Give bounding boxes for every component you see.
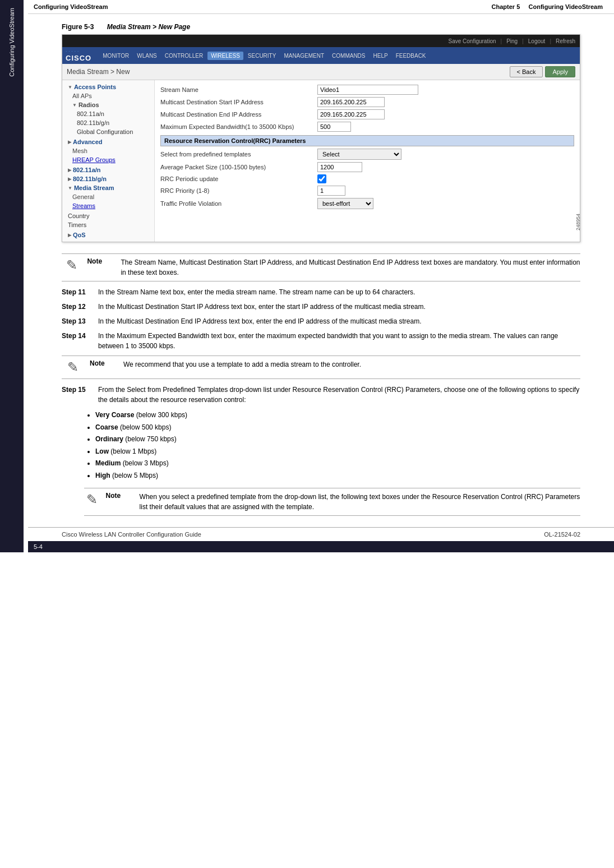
avg-packet-row: Average Packet Size (100-1500 bytes) xyxy=(160,162,574,172)
sidebar-item-streams[interactable]: Streams xyxy=(62,201,154,210)
nav-help[interactable]: HELP xyxy=(370,52,391,60)
footer-doc-title: Cisco Wireless LAN Controller Configurat… xyxy=(62,531,201,538)
note1-label: Note xyxy=(87,257,115,265)
nav-security[interactable]: SECURITY xyxy=(244,52,280,60)
sub-header: Media Stream > New < Back Apply xyxy=(62,64,580,80)
select-template-dropdown[interactable]: Select Very Coarse Coarse Ordinary Low M… xyxy=(317,149,401,160)
sidebar-item-80211an-section[interactable]: ▶ 802.11a/n xyxy=(62,165,154,174)
step-13-text: In the Multicast Destination End IP Addr… xyxy=(98,316,580,326)
page-path: Media Stream > New xyxy=(67,68,130,76)
note2-box: ✎ Note We recommend that you use a templ… xyxy=(62,355,580,379)
sidebar-item-global-config[interactable]: Global Configuration xyxy=(62,127,154,136)
step-12: Step 12 In the Multicast Destination Sta… xyxy=(62,302,580,312)
ping-link[interactable]: Ping xyxy=(506,38,518,44)
sidebar-item-hreap-groups[interactable]: HREAP Groups xyxy=(62,155,154,164)
nav-wireless[interactable]: WIRELESS xyxy=(207,52,243,60)
cisco-top-bar: Save Configuration | Ping | Logout | Ref… xyxy=(62,35,580,47)
page-top-header: Configuring VideoStream Chapter 5 Config… xyxy=(28,0,614,14)
max-bw-input[interactable] xyxy=(317,122,351,132)
nav-commands[interactable]: COMMANDS xyxy=(329,52,368,60)
page-footer: Cisco Wireless LAN Controller Configurat… xyxy=(28,527,614,541)
save-config-link[interactable]: Save Configuration xyxy=(448,38,496,44)
nav-wlans[interactable]: WLANS xyxy=(133,52,160,60)
step-13: Step 13 In the Multicast Destination End… xyxy=(62,316,580,326)
sidebar-item-advanced[interactable]: ▶ Advanced xyxy=(62,137,154,146)
nav-feedback[interactable]: FEEDBACK xyxy=(393,52,430,60)
apply-button[interactable]: Apply xyxy=(545,66,575,77)
rrc-section-header: Resource Reservation Control(RRC) Parame… xyxy=(160,135,574,146)
note3-icon: ✎ xyxy=(84,492,100,507)
bullet-coarse: Coarse (below 500 kbps) xyxy=(95,422,580,434)
cisco-logo: ····· CISCO xyxy=(66,49,91,62)
rrc-priority-label: RRC Priority (1-8) xyxy=(160,187,317,194)
bullet-medium: Medium (below 3 Mbps) xyxy=(95,458,580,470)
step-13-label: Step 13 xyxy=(62,316,93,326)
sidebar-item-qos[interactable]: ▶ QoS xyxy=(62,230,154,239)
chapter-section-label: Configuring VideoStream xyxy=(34,3,108,10)
traffic-violation-row: Traffic Profile Violation best-effort dr… xyxy=(160,198,574,209)
media-stream-form: Stream Name Multicast Destination Start … xyxy=(155,80,580,242)
note2-text: We recommend that you use a template to … xyxy=(123,359,361,370)
back-button[interactable]: < Back xyxy=(510,66,543,77)
page-number: 5-4 xyxy=(34,543,43,550)
bullet-list: Very Coarse (below 300 kbps) Coarse (bel… xyxy=(84,409,580,482)
traffic-violation-dropdown[interactable]: best-effort drop xyxy=(317,198,373,209)
nav-controller[interactable]: CONTROLLER xyxy=(161,52,206,60)
sidebar-item-media-stream[interactable]: ▼ Media Stream xyxy=(62,183,154,192)
note3-box: ✎ Note When you select a predefined temp… xyxy=(84,488,580,516)
stream-name-input[interactable] xyxy=(317,85,418,95)
sidebar-item-general[interactable]: General xyxy=(62,192,154,201)
sidebar-item-mesh[interactable]: Mesh xyxy=(62,146,154,155)
note2-label: Note xyxy=(90,359,118,367)
mcast-start-input[interactable] xyxy=(317,97,385,107)
screenshot-container: Save Configuration | Ping | Logout | Ref… xyxy=(62,34,580,242)
mcast-end-input[interactable] xyxy=(317,109,385,119)
sidebar-item-access-points[interactable]: ▼ Access Points xyxy=(62,82,154,91)
step-15-text: From the Select from Predefined Template… xyxy=(98,385,580,405)
sidebar-item-80211bgn-section[interactable]: ▶ 802.11b/g/n xyxy=(62,174,154,183)
logout-link[interactable]: Logout xyxy=(528,38,546,44)
bottom-bar: 5-4 xyxy=(28,541,614,552)
nav-monitor[interactable]: MONITOR xyxy=(99,52,132,60)
sidebar-item-80211bgn[interactable]: 802.11b/g/n xyxy=(62,118,154,127)
sidebar-item-80211an[interactable]: 802.11a/n xyxy=(62,109,154,118)
stream-name-label: Stream Name xyxy=(160,86,317,93)
avg-packet-input[interactable] xyxy=(317,162,362,172)
nav-items: MONITOR WLANS CONTROLLER WIRELESS SECURI… xyxy=(99,52,429,60)
step-15: Step 15 From the Select from Predefined … xyxy=(62,385,580,405)
step-15-label: Step 15 xyxy=(62,385,93,405)
section-label: Configuring VideoStream xyxy=(6,4,17,80)
mcast-start-row: Multicast Destination Start IP Address xyxy=(160,97,574,107)
rrc-periodic-label: RRC Periodic update xyxy=(160,176,317,182)
rrc-priority-row: RRC Priority (1-8) xyxy=(160,186,574,196)
sidebar-item-all-aps[interactable]: All APs xyxy=(62,91,154,100)
figure-side-text: 248954 xyxy=(575,214,581,230)
note1-icon: ✎ xyxy=(62,257,81,273)
note1-box: ✎ Note The Stream Name, Multicast Destin… xyxy=(62,253,580,281)
note1-text: The Stream Name, Multicast Destination S… xyxy=(121,257,580,278)
traffic-violation-label: Traffic Profile Violation xyxy=(160,200,317,207)
step-12-label: Step 12 xyxy=(62,302,93,312)
rrc-periodic-checkbox[interactable] xyxy=(317,174,326,183)
nav-management[interactable]: MANAGEMENT xyxy=(280,52,327,60)
step-11-label: Step 11 xyxy=(62,287,93,297)
refresh-link[interactable]: Refresh xyxy=(556,38,575,44)
sidebar-item-radios[interactable]: ▼ Radios xyxy=(62,100,154,109)
max-bw-label: Maximum Expected Bandwidth(1 to 35000 Kb… xyxy=(160,123,317,130)
wireless-content-area: ▼ Access Points All APs ▼ Radios 802.11a… xyxy=(62,80,580,242)
action-buttons: < Back Apply xyxy=(510,66,575,77)
sidebar-item-country[interactable]: Country xyxy=(62,211,154,220)
select-template-label: Select from predefined templates xyxy=(160,151,317,158)
rrc-priority-input[interactable] xyxy=(317,186,345,196)
avg-packet-label: Average Packet Size (100-1500 bytes) xyxy=(160,164,317,170)
bullet-ordinary: Ordinary (below 750 kbps) xyxy=(95,433,580,446)
wireless-sidebar: ▼ Access Points All APs ▼ Radios 802.11a… xyxy=(62,80,155,242)
cisco-nav-bar: ····· CISCO MONITOR WLANS CONTROLLER WIR… xyxy=(62,47,580,64)
step-14-label: Step 14 xyxy=(62,331,93,351)
mcast-end-row: Multicast Destination End IP Address xyxy=(160,109,574,119)
mcast-start-label: Multicast Destination Start IP Address xyxy=(160,99,317,105)
chapter-label: Chapter 5 Configuring VideoStream xyxy=(492,3,603,10)
sidebar-item-timers[interactable]: Timers xyxy=(62,220,154,229)
step-11-text: In the Stream Name text box, enter the m… xyxy=(98,287,580,297)
select-template-row: Select from predefined templates Select … xyxy=(160,149,574,160)
